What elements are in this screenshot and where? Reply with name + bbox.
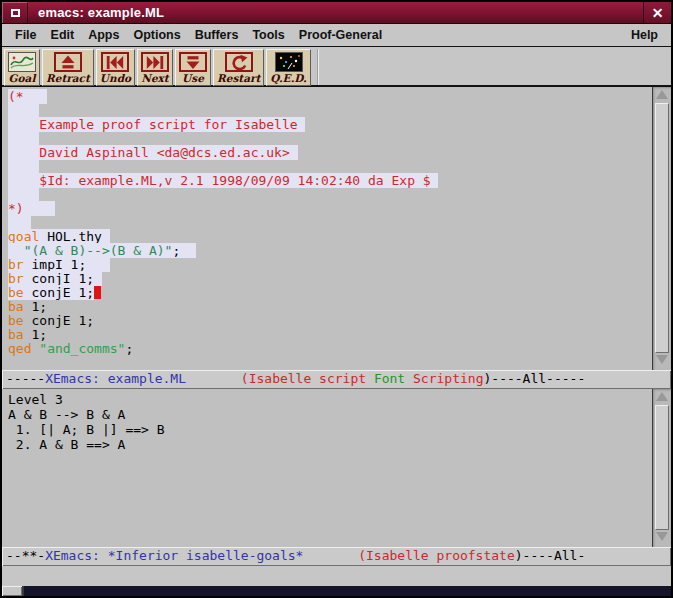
code-line: br impI 1; <box>8 258 652 272</box>
modeline-segment <box>186 371 241 386</box>
code-line <box>8 216 652 230</box>
goal-icon <box>8 52 36 72</box>
code-line: ba 1; <box>8 300 652 314</box>
script-buffer-text[interactable]: (* Example proof script for Isabelle Dav… <box>2 87 652 370</box>
goals-scrollbar[interactable] <box>652 389 671 547</box>
goals-line: Level 3 <box>8 392 652 407</box>
menu-file[interactable]: File <box>8 26 44 44</box>
modeline-segment: Scripting <box>405 371 483 386</box>
code-line: ba 1; <box>8 328 652 342</box>
close-button[interactable]: ✕ <box>643 2 671 23</box>
undo-rewind-icon <box>101 52 129 72</box>
retract-button-label: Retract <box>46 72 90 85</box>
code-line <box>8 160 652 174</box>
scroll-up-icon[interactable] <box>656 392 668 401</box>
close-icon: ✕ <box>652 5 664 21</box>
script-modeline: -----XEmacs: example.ML (Isabelle script… <box>2 370 671 389</box>
code-line <box>8 104 652 118</box>
code-line <box>8 188 652 202</box>
next-fastforward-icon <box>141 52 169 72</box>
modeline-segment: Font <box>366 371 405 386</box>
modeline-segment: XEmacs: example.ML <box>45 371 186 386</box>
use-button-label: Use <box>182 72 204 85</box>
modeline-segment: ----- <box>6 371 45 386</box>
menu-options[interactable]: Options <box>126 26 187 44</box>
undo-button[interactable]: Undo <box>96 49 135 86</box>
goal-button-label: Goal <box>9 72 36 85</box>
code-line: *) <box>8 202 652 216</box>
code-line: qed "and_comms"; <box>8 342 652 356</box>
qed-button-label: Q.E.D. <box>270 72 306 85</box>
restart-button[interactable]: Restart <box>213 49 264 86</box>
menu-tools[interactable]: Tools <box>245 26 291 44</box>
goal-button[interactable]: Goal <box>4 49 40 86</box>
modeline-segment <box>303 548 358 563</box>
code-line: Example proof script for Isabelle <box>8 118 652 132</box>
script-buffer-window: (* Example proof script for Isabelle Dav… <box>2 87 671 370</box>
code-line: goal HOL.thy <box>8 230 652 244</box>
modeline-segment: )----All- <box>515 548 585 563</box>
restart-button-label: Restart <box>217 72 260 85</box>
goals-line: A & B --> B & A <box>8 407 652 422</box>
menu-help[interactable]: Help <box>624 26 665 44</box>
minibuffer[interactable] <box>2 566 671 586</box>
use-button[interactable]: Use <box>175 49 211 86</box>
script-scrollbar[interactable] <box>652 87 671 370</box>
next-button[interactable]: Next <box>137 49 173 86</box>
window-menu-button[interactable] <box>2 2 28 23</box>
menu-apps[interactable]: Apps <box>81 26 126 44</box>
code-line: $Id: example.ML,v 2.1 1998/09/09 14:02:4… <box>8 174 652 188</box>
code-line <box>8 132 652 146</box>
xemacs-window: emacs: example.ML ✕ File Edit Apps Optio… <box>0 0 673 598</box>
scroll-down-icon[interactable] <box>656 355 668 364</box>
code-line: (* <box>8 90 652 104</box>
scroll-down-icon[interactable] <box>656 532 668 541</box>
goals-scrollbar-thumb[interactable] <box>655 405 669 530</box>
text-cursor <box>94 286 101 299</box>
undo-button-label: Undo <box>100 72 131 85</box>
modeline-segment: (Isabelle proofstate <box>358 548 515 563</box>
goals-line: 2. A & B ==> A <box>8 437 652 452</box>
menubar: File Edit Apps Options Buffers Tools Pro… <box>2 24 671 47</box>
scroll-up-icon[interactable] <box>656 90 668 99</box>
code-line: be conjE 1; <box>8 286 652 300</box>
menu-proof-general[interactable]: Proof-General <box>292 26 389 44</box>
goals-line: 1. [| A; B |] ==> B <box>8 422 652 437</box>
modeline-segment: XEmacs: *Inferior isabelle-goals* <box>45 548 303 563</box>
code-line: br conjI 1; <box>8 272 652 286</box>
next-button-label: Next <box>141 72 168 85</box>
toolbar-divider <box>317 49 319 85</box>
code-line: "(A & B)-->(B & A)"; <box>8 244 652 258</box>
restart-cycle-icon <box>225 52 253 72</box>
menu-buffers[interactable]: Buffers <box>188 26 246 44</box>
toolbar: Goal Retract Undo <box>2 47 671 87</box>
titlebar: emacs: example.ML ✕ <box>2 2 671 24</box>
bottom-strip <box>2 586 671 596</box>
modeline-segment: )----All----- <box>483 371 585 386</box>
resize-grip[interactable] <box>2 586 24 596</box>
qed-fireworks-icon <box>275 52 303 72</box>
code-line: David Aspinall <da@dcs.ed.ac.uk> <box>8 146 652 160</box>
menu-edit[interactable]: Edit <box>44 26 82 44</box>
code-line: be conjE 1; <box>8 314 652 328</box>
use-download-icon <box>179 52 207 72</box>
window-menu-icon <box>11 9 20 17</box>
modeline-segment: (Isabelle script <box>241 371 366 386</box>
window-title: emacs: example.ML <box>28 2 643 23</box>
goals-modeline: --**-XEmacs: *Inferior isabelle-goals* (… <box>2 547 671 566</box>
retract-button[interactable]: Retract <box>42 49 94 86</box>
goals-buffer-text[interactable]: Level 3A & B --> B & A 1. [| A; B |] ==>… <box>2 389 652 547</box>
retract-eject-icon <box>54 52 82 72</box>
script-scrollbar-thumb[interactable] <box>655 103 669 353</box>
modeline-segment: --**- <box>6 548 45 563</box>
goals-buffer-window: Level 3A & B --> B & A 1. [| A; B |] ==>… <box>2 389 671 547</box>
qed-button[interactable]: Q.E.D. <box>266 49 310 86</box>
